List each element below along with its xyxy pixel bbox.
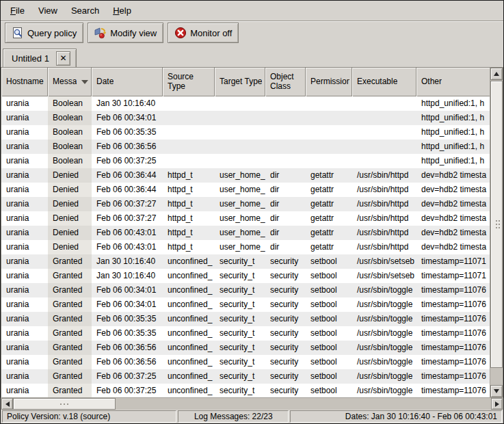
table-row[interactable]: uraniaDeniedFeb 06 00:43:01httpd_tuser_h… — [1, 226, 490, 240]
table-cell: Feb 06 00:37:27 — [92, 211, 163, 226]
table-cell: Boolean — [48, 154, 92, 168]
table-row[interactable]: uraniaGrantedFeb 06 00:37:25unconfined_s… — [1, 384, 490, 397]
scrollbar-grip-icon — [496, 220, 497, 222]
table-cell: setbool — [306, 355, 352, 369]
menu-item-file-mnemonic: F — [10, 5, 16, 16]
table-cell: security_t — [215, 341, 265, 355]
table-row[interactable]: uraniaBooleanFeb 06 00:37:25httpd_unifie… — [1, 154, 490, 168]
column-header-permission[interactable]: Permission — [306, 68, 352, 96]
table-row[interactable]: uraniaGrantedFeb 06 00:36:56unconfined_s… — [1, 341, 490, 355]
table-cell: timestamp=11076 — [416, 369, 490, 384]
table-row[interactable]: uraniaDeniedFeb 06 00:37:27httpd_tuser_h… — [1, 211, 490, 226]
table-cell: dev=hdb2 timesta — [416, 240, 490, 254]
table-cell — [352, 140, 416, 154]
scroll-right-button[interactable] — [491, 398, 503, 410]
table-row[interactable]: uraniaBooleanFeb 06 00:34:01httpd_unifie… — [1, 111, 490, 125]
table-cell: /usr/sbin/toggle — [352, 384, 416, 397]
table-row[interactable]: uraniaGrantedJan 30 10:16:40unconfined_s… — [1, 269, 490, 283]
table-cell: Granted — [48, 341, 92, 355]
table-cell: getattr — [306, 168, 352, 183]
table-cell: httpd_t — [163, 183, 215, 197]
column-header-executable[interactable]: Executable — [352, 68, 416, 96]
table-cell: security_t — [215, 369, 265, 384]
table-row[interactable]: uraniaDeniedFeb 06 00:36:44httpd_tuser_h… — [1, 168, 490, 183]
scroll-left-button[interactable] — [1, 398, 13, 410]
table-cell — [163, 140, 215, 154]
column-header-other[interactable]: Other — [416, 68, 490, 96]
table-cell: /usr/sbin/setseb — [352, 254, 416, 269]
tab-close-button[interactable]: ✕ — [56, 51, 70, 66]
table-row[interactable]: uraniaBooleanJan 30 10:16:40httpd_unifie… — [1, 96, 490, 111]
scroll-up-button[interactable] — [490, 68, 503, 80]
sort-descending-icon — [81, 80, 88, 84]
column-header-object-class[interactable]: Object Class — [265, 68, 306, 96]
menu-item-view[interactable]: View — [31, 2, 64, 19]
column-header-target-type[interactable]: Target Type — [215, 68, 265, 96]
table-cell: dev=hdb2 timesta — [416, 168, 490, 183]
vertical-scrollbar[interactable] — [490, 68, 503, 397]
column-header-message[interactable]: Messa — [48, 68, 92, 96]
table-cell: unconfined_ — [163, 254, 215, 269]
table-cell: httpd_t — [163, 226, 215, 240]
table-row[interactable]: uraniaGrantedFeb 06 00:35:35unconfined_s… — [1, 312, 490, 326]
table-row[interactable]: uraniaGrantedFeb 06 00:37:25unconfined_s… — [1, 369, 490, 384]
table-cell: Boolean — [48, 125, 92, 140]
table-cell: timestamp=11076 — [416, 384, 490, 397]
app-window: { "menubar": { "items": [ { "label": "Fi… — [0, 0, 504, 424]
tab-untitled-1[interactable]: Untitled 1 ✕ — [3, 49, 77, 67]
table-row[interactable]: uraniaGrantedFeb 06 00:34:01unconfined_s… — [1, 283, 490, 297]
table-cell: urania — [1, 355, 48, 369]
table-cell: timestamp=11076 — [416, 312, 490, 326]
table-row[interactable]: uraniaGrantedJan 30 10:16:40unconfined_s… — [1, 254, 490, 269]
table-cell: dir — [265, 168, 306, 183]
table-cell: urania — [1, 168, 48, 183]
column-header-date[interactable]: Date — [92, 68, 163, 96]
table-row[interactable]: uraniaDeniedFeb 06 00:43:01httpd_tuser_h… — [1, 240, 490, 254]
vertical-scrollbar-thumb[interactable] — [490, 81, 503, 368]
table-row[interactable]: uraniaBooleanFeb 06 00:36:56httpd_unifie… — [1, 140, 490, 154]
table-cell: unconfined_ — [163, 297, 215, 312]
scroll-down-button[interactable] — [490, 385, 503, 397]
table-cell: /usr/sbin/toggle — [352, 326, 416, 341]
column-header-source-type[interactable]: Source Type — [163, 68, 215, 96]
table-cell: setbool — [306, 341, 352, 355]
menu-item-file[interactable]: File — [3, 2, 31, 19]
log-messages-text: Log Messages: 22/23 — [178, 410, 289, 423]
scroll-down-icon — [494, 389, 499, 393]
table-cell — [306, 96, 352, 111]
modify-view-button[interactable]: Modify view — [88, 23, 163, 43]
table-row[interactable]: uraniaDeniedFeb 06 00:37:27httpd_tuser_h… — [1, 197, 490, 211]
table-cell: security_t — [215, 355, 265, 369]
query-policy-button[interactable]: Query policy — [5, 23, 83, 43]
table-cell — [352, 96, 416, 111]
horizontal-scrollbar-thumb[interactable] — [13, 398, 116, 410]
table-cell: getattr — [306, 211, 352, 226]
table-cell: Feb 06 00:43:01 — [92, 226, 163, 240]
table-row[interactable]: uraniaGrantedFeb 06 00:35:35unconfined_s… — [1, 326, 490, 341]
table-cell — [352, 111, 416, 125]
table-row[interactable]: uraniaBooleanFeb 06 00:35:35httpd_unifie… — [1, 125, 490, 140]
table-row[interactable]: uraniaDeniedFeb 06 00:36:44httpd_tuser_h… — [1, 183, 490, 197]
table-cell: Feb 06 00:37:27 — [92, 197, 163, 211]
column-header-hostname[interactable]: Hostname — [1, 68, 48, 96]
monitor-off-button[interactable]: Monitor off — [168, 23, 239, 43]
table-cell: Feb 06 00:34:01 — [92, 297, 163, 312]
menu-item-help[interactable]: Help — [106, 2, 138, 19]
table-cell: Feb 06 00:35:35 — [92, 125, 163, 140]
table-cell: getattr — [306, 240, 352, 254]
table-cell — [306, 154, 352, 168]
table-cell: httpd_t — [163, 240, 215, 254]
table-cell: security_t — [215, 384, 265, 397]
table-cell: dir — [265, 240, 306, 254]
table-cell: unconfined_ — [163, 283, 215, 297]
horizontal-scrollbar[interactable] — [1, 397, 503, 410]
menu-item-search[interactable]: Search — [64, 2, 106, 19]
table-row[interactable]: uraniaGrantedFeb 06 00:36:56unconfined_s… — [1, 355, 490, 369]
table-cell: /usr/sbin/httpd — [352, 197, 416, 211]
table-row[interactable]: uraniaGrantedFeb 06 00:34:01unconfined_s… — [1, 297, 490, 312]
scroll-left-icon — [5, 401, 10, 407]
table-cell: timestamp=11076 — [416, 355, 490, 369]
table-cell: /usr/sbin/toggle — [352, 312, 416, 326]
scroll-up-icon — [494, 72, 499, 76]
table-cell: dev=hdb2 timesta — [416, 197, 490, 211]
